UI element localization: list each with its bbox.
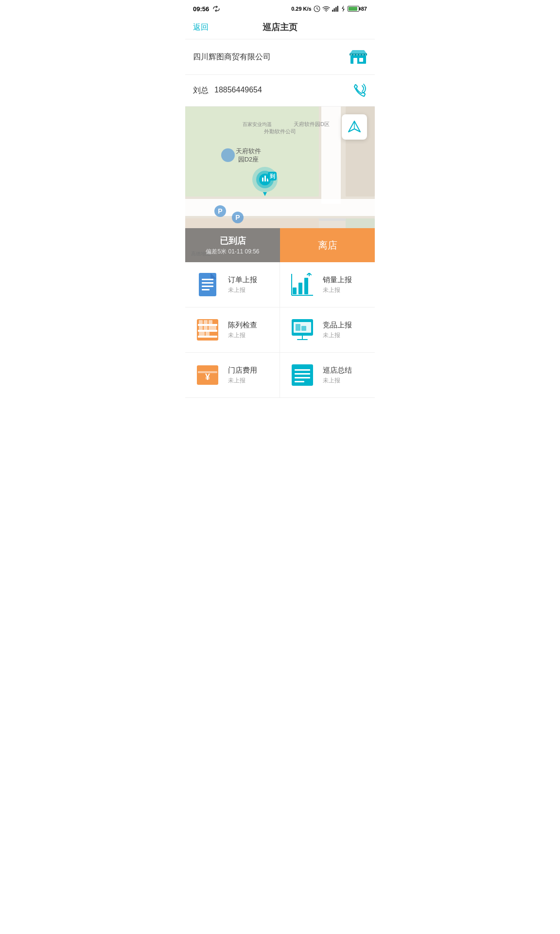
contact-phone: 18856449654 xyxy=(214,86,262,96)
function-status-expense: 未上报 xyxy=(228,377,257,385)
navigation-icon xyxy=(348,120,361,134)
svg-text:P: P xyxy=(218,207,222,215)
back-button[interactable]: 返回 xyxy=(193,22,209,33)
money-icon: ¥ xyxy=(195,362,220,388)
svg-line-2 xyxy=(317,9,318,10)
svg-rect-71 xyxy=(209,326,216,330)
function-text-expense: 门店费用 未上报 xyxy=(228,366,257,385)
svg-rect-85 xyxy=(295,373,310,375)
svg-rect-65 xyxy=(198,336,217,338)
function-text-sales: 销量上报 未上报 xyxy=(323,275,352,294)
status-right: 0.29 K/s 87 xyxy=(291,5,367,12)
svg-rect-52 xyxy=(202,282,213,284)
function-status-sales: 未上报 xyxy=(323,286,352,294)
svg-rect-72 xyxy=(199,332,205,336)
function-text-competitor: 竞品上报 未上报 xyxy=(323,321,352,340)
store-name: 四川辉图商贸有限公司 xyxy=(193,52,271,62)
svg-rect-14 xyxy=(353,54,355,55)
svg-text:百家安业均遥: 百家安业均遥 xyxy=(243,122,272,127)
contact-name: 刘总 xyxy=(193,86,209,96)
svg-rect-12 xyxy=(350,54,367,55)
svg-rect-57 xyxy=(298,283,302,294)
function-name-expense: 门店费用 xyxy=(228,366,257,375)
svg-rect-51 xyxy=(202,279,213,280)
svg-rect-11 xyxy=(359,58,363,62)
store-name-row: 四川辉图商贸有限公司 xyxy=(193,47,367,67)
presentation-icon xyxy=(290,317,315,342)
svg-rect-18 xyxy=(365,54,366,55)
svg-rect-67 xyxy=(204,320,208,324)
svg-rect-77 xyxy=(301,326,306,331)
svg-rect-42 xyxy=(264,176,266,181)
svg-text:天府软件: 天府软件 xyxy=(236,147,261,155)
chart-icon xyxy=(290,272,315,297)
function-item-display[interactable]: 陈列检查 未上报 xyxy=(185,307,280,353)
svg-rect-64 xyxy=(198,330,217,332)
list-icon xyxy=(290,362,315,388)
svg-rect-56 xyxy=(293,287,297,294)
svg-rect-54 xyxy=(202,289,210,290)
svg-rect-5 xyxy=(333,8,335,12)
svg-rect-86 xyxy=(295,377,310,378)
function-item-sales[interactable]: 销量上报 未上报 xyxy=(280,262,375,307)
svg-rect-66 xyxy=(199,320,203,324)
navigation-button[interactable] xyxy=(342,114,367,140)
svg-rect-69 xyxy=(199,326,203,330)
map-section: P P 天府软件 园D2座 天府软件园D区 外勤软件公司 百家安业均遥 天府软件… xyxy=(185,107,375,262)
function-status-summary: 未上报 xyxy=(323,377,352,385)
page-title: 巡店主页 xyxy=(262,21,298,33)
battery-level: 87 xyxy=(361,6,367,12)
function-grid: 订单上报 未上报 销量上报 未上报 xyxy=(185,262,375,398)
status-time: 09:56 xyxy=(193,5,209,13)
svg-point-3 xyxy=(326,11,327,12)
svg-rect-7 xyxy=(337,6,338,12)
phone-icon[interactable] xyxy=(351,83,367,98)
header: 返回 巡店主页 xyxy=(185,16,375,39)
function-status-display: 未上报 xyxy=(228,331,257,340)
arrived-label: 已到店 xyxy=(220,235,246,247)
status-left: 09:56 xyxy=(193,5,221,13)
svg-rect-58 xyxy=(304,278,308,294)
svg-rect-9 xyxy=(350,55,366,64)
function-name-order: 订单上报 xyxy=(228,275,257,285)
document-icon xyxy=(195,272,220,297)
status-speed: 0.29 K/s xyxy=(291,6,312,12)
arrived-sub: 偏差5米 01-11 09:56 xyxy=(206,248,259,256)
svg-rect-76 xyxy=(296,324,300,331)
shelf-icon xyxy=(195,317,220,342)
svg-rect-4 xyxy=(332,10,333,12)
leave-button[interactable]: 离店 xyxy=(280,228,375,262)
battery-icon xyxy=(348,6,359,12)
function-name-competitor: 竞品上报 xyxy=(323,321,352,330)
svg-text:到: 到 xyxy=(269,173,275,179)
svg-text:外勤软件公司: 外勤软件公司 xyxy=(264,128,296,134)
clock-icon xyxy=(314,5,320,12)
function-item-summary[interactable]: 巡店总结 未上报 xyxy=(280,353,375,398)
svg-rect-83 xyxy=(292,364,313,386)
svg-text:天府软件园D区: 天府软件园D区 xyxy=(294,121,330,127)
function-item-expense[interactable]: ¥ 门店费用 未上报 xyxy=(185,353,280,398)
contact-info: 刘总 18856449654 xyxy=(193,86,262,96)
svg-rect-41 xyxy=(262,178,263,181)
arrived-button[interactable]: 已到店 偏差5米 01-11 09:56 xyxy=(185,228,280,262)
store-icon xyxy=(350,49,367,65)
svg-rect-16 xyxy=(359,54,361,55)
svg-rect-21 xyxy=(185,199,375,216)
function-text-summary: 巡店总结 未上报 xyxy=(323,366,352,385)
function-text-display: 陈列检查 未上报 xyxy=(228,321,257,340)
function-text-order: 订单上报 未上报 xyxy=(228,275,257,294)
svg-rect-63 xyxy=(198,324,217,326)
svg-point-31 xyxy=(221,148,235,162)
svg-rect-17 xyxy=(362,54,364,55)
svg-rect-68 xyxy=(209,320,212,324)
function-name-display: 陈列检查 xyxy=(228,321,257,330)
svg-marker-46 xyxy=(263,192,267,196)
leave-label: 离店 xyxy=(318,239,337,252)
signal-icon xyxy=(332,6,339,12)
svg-text:P: P xyxy=(235,214,240,221)
function-name-sales: 销量上报 xyxy=(323,275,352,285)
function-name-summary: 巡店总结 xyxy=(323,366,352,375)
map-location-pin: 到 xyxy=(249,165,280,198)
function-item-competitor[interactable]: 竞品上报 未上报 xyxy=(280,307,375,353)
function-item-order[interactable]: 订单上报 未上报 xyxy=(185,262,280,307)
